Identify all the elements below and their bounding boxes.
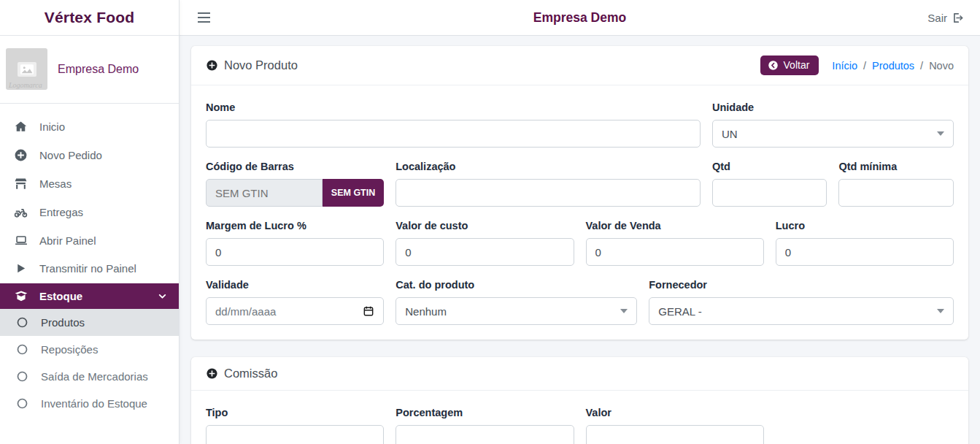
sidebar-item-produtos[interactable]: Produtos	[0, 309, 179, 336]
sidebar-item-label: Entregas	[39, 206, 83, 218]
topbar: Empresa Demo Sair	[180, 0, 980, 36]
qtd-minima-input[interactable]	[838, 179, 953, 207]
logo-placeholder-caption: Logomarca	[9, 81, 42, 89]
tipo-input[interactable]	[206, 425, 384, 444]
store-icon	[12, 177, 30, 191]
circle-icon	[13, 370, 31, 383]
sem-gtin-button[interactable]: SEM GTIN	[323, 179, 384, 207]
margem-lucro-input[interactable]	[206, 238, 384, 266]
home-icon	[12, 120, 30, 134]
caret-down-icon	[937, 131, 944, 136]
voltar-button[interactable]: Voltar	[760, 56, 819, 75]
fornecedor-select[interactable]: GERAL -	[649, 297, 954, 325]
sidebar-item-entregas[interactable]: Entregas	[0, 198, 179, 226]
cat-produto-selected-value: Nenhum	[405, 305, 447, 318]
cat-produto-label: Cat. do produto	[396, 279, 637, 291]
sidebar: Vértex Food Logomarca Empresa Demo Inici…	[0, 0, 180, 444]
sidebar-item-reposicoes[interactable]: Reposições	[0, 336, 179, 363]
brand: Vértex Food	[0, 0, 179, 36]
sidebar-item-label: Produtos	[41, 316, 85, 329]
company-logo-placeholder: Logomarca	[6, 48, 47, 90]
breadcrumb-produtos[interactable]: Produtos	[872, 60, 914, 72]
novo-produto-card-header: Novo Produto Voltar Início / Produto	[191, 46, 968, 85]
sidebar-item-label: Transmitir no Painel	[39, 262, 136, 275]
porcentagem-label: Porcentagem	[396, 407, 574, 418]
company-panel: Logomarca Empresa Demo	[0, 36, 179, 104]
lucro-label: Lucro	[776, 220, 954, 231]
validade-date-input[interactable]: dd/mm/aaaa	[206, 297, 384, 325]
calendar-icon[interactable]	[363, 305, 374, 317]
circle-icon	[13, 343, 31, 356]
sidebar-item-abrir-painel[interactable]: Abrir Painel	[0, 226, 179, 255]
margem-lucro-label: Margem de Lucro %	[206, 220, 384, 231]
brand-title: Vértex Food	[45, 9, 135, 26]
novo-produto-card: Novo Produto Voltar Início / Produto	[191, 46, 968, 340]
plus-circle-icon	[12, 148, 30, 162]
valor-venda-label: Valor de Venda	[586, 220, 764, 231]
sidebar-item-inventario-estoque[interactable]: Inventário do Estoque	[0, 390, 179, 417]
localizacao-label: Localização	[396, 161, 701, 172]
breadcrumb-separator: /	[863, 60, 866, 72]
play-icon	[12, 262, 30, 275]
sidebar-item-label: Novo Pedido	[39, 149, 102, 161]
qtd-minima-label: Qtd mínima	[838, 161, 953, 172]
lucro-input[interactable]	[776, 238, 954, 266]
breadcrumb: Início / Produtos / Novo	[832, 60, 954, 72]
content: Novo Produto Voltar Início / Produto	[180, 36, 980, 444]
sidebar-item-estoque[interactable]: Estoque	[0, 283, 179, 309]
codigo-barras-label: Código de Barras	[206, 161, 384, 172]
porcentagem-input[interactable]	[396, 425, 574, 444]
caret-down-icon	[620, 309, 628, 313]
logout-link[interactable]: Sair	[927, 12, 964, 24]
box-open-icon	[12, 289, 30, 303]
sidebar-item-mesas[interactable]: Mesas	[0, 169, 179, 198]
circle-icon	[13, 316, 31, 329]
sidebar-item-label: Abrir Painel	[39, 234, 96, 247]
topbar-title: Empresa Demo	[533, 10, 626, 26]
comissao-card: Comissão Tipo Porcentagem	[191, 357, 968, 444]
qtd-label: Qtd	[712, 161, 827, 172]
card-title-text: Novo Produto	[224, 58, 298, 72]
novo-produto-form: Nome Unidade UN	[191, 85, 968, 340]
sidebar-item-label: Mesas	[39, 177, 72, 190]
unidade-label: Unidade	[712, 102, 954, 113]
localizacao-input[interactable]	[396, 179, 701, 207]
chevron-down-icon	[158, 291, 167, 301]
comissao-form: Tipo Porcentagem Valor	[191, 391, 968, 444]
laptop-icon	[12, 234, 30, 248]
sidebar-item-label: Saída de Mercadorias	[41, 370, 148, 383]
motorcycle-icon	[12, 205, 30, 219]
date-placeholder: dd/mm/aaaa	[215, 305, 276, 318]
menu-toggle-icon[interactable]	[196, 9, 212, 26]
arrow-circle-left-icon	[768, 60, 779, 71]
tipo-label: Tipo	[206, 407, 384, 418]
sidebar-item-transmitir-painel[interactable]: Transmitir no Painel	[0, 255, 179, 282]
valor-venda-input[interactable]	[586, 238, 764, 266]
valor-input[interactable]	[586, 425, 764, 444]
voltar-label: Voltar	[784, 59, 810, 71]
sidebar-item-label: Inventário do Estoque	[41, 397, 147, 410]
valor-custo-input[interactable]	[396, 238, 574, 266]
validade-label: Validade	[206, 279, 384, 291]
sidebar-item-novo-pedido[interactable]: Novo Pedido	[0, 141, 179, 169]
sidebar-item-label: Reposições	[41, 343, 98, 356]
breadcrumb-separator: /	[920, 60, 923, 72]
fornecedor-selected-value: GERAL -	[658, 305, 701, 318]
sidebar-item-label: Estoque	[39, 290, 82, 302]
estoque-submenu: Produtos Reposições Saída de Mercadorias	[0, 309, 179, 417]
sidebar-item-inicio[interactable]: Inicio	[0, 112, 179, 141]
unidade-select[interactable]: UN	[712, 120, 954, 148]
card-title-text: Comissão	[224, 367, 277, 380]
plus-circle-icon	[206, 367, 218, 380]
cat-produto-select[interactable]: Nenhum	[396, 297, 637, 325]
codigo-barras-input[interactable]	[206, 179, 323, 207]
qtd-input[interactable]	[712, 179, 827, 207]
image-placeholder-icon	[18, 62, 36, 77]
breadcrumb-inicio[interactable]: Início	[832, 60, 857, 72]
plus-circle-icon	[206, 59, 218, 72]
nome-input[interactable]	[206, 120, 701, 148]
card-title: Novo Produto	[206, 58, 298, 72]
sidebar-item-saida-mercadorias[interactable]: Saída de Mercadorias	[0, 363, 179, 390]
sign-out-icon	[952, 12, 964, 24]
breadcrumb-current: Novo	[929, 60, 954, 72]
